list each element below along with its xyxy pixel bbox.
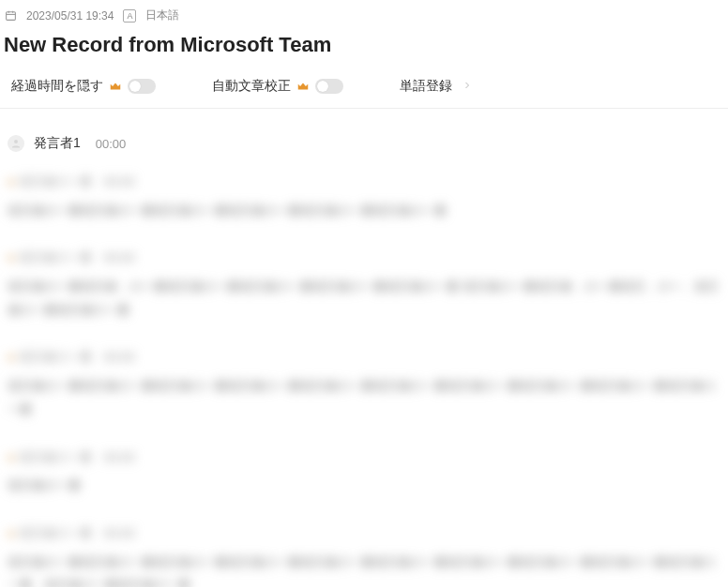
word-register-setting[interactable]: 単語登録 <box>400 78 473 95</box>
hide-elapsed-toggle[interactable] <box>128 79 156 94</box>
word-register-label: 単語登録 <box>400 78 452 95</box>
speaker-name: 発言者1 <box>34 135 81 152</box>
hide-elapsed-label: 経過時間を隠す <box>11 78 103 95</box>
blurred-body: 発言者の一番発言者の一番発言者の一番発言者の一番発言者の一番発言者の一番 <box>8 200 720 223</box>
language-badge-icon: A <box>123 9 136 23</box>
blurred-body: 発言者の一番発言者の一番発言者の一番発言者の一番発言者の一番発言者の一番発言者の… <box>8 551 720 587</box>
auto-proofread-label: 自動文章校正 <box>212 78 291 95</box>
blurred-body: 発言者の一番 <box>8 474 720 498</box>
blurred-block: ●発言者の一番 00:00 発言者の一番発言者の一番発言者の一番発言者の一番発言… <box>8 346 720 421</box>
auto-proofread-toggle[interactable] <box>315 79 343 94</box>
page-title: New Record from Microsoft Team <box>0 27 728 70</box>
blurred-body: 発言者の一番発言者、の一番発言者の一番発言者の一番発言者の一番発言者の一番 発言… <box>8 276 720 322</box>
svg-point-4 <box>14 140 18 143</box>
blurred-head: 発言者の一番 00:00 <box>19 250 135 264</box>
blurred-transcript: ●発言者の一番 00:00 発言者の一番発言者の一番発言者の一番発言者の一番発言… <box>0 161 728 587</box>
crown-icon <box>296 80 310 93</box>
svg-rect-0 <box>6 12 15 21</box>
hide-elapsed-setting: 経過時間を隠す <box>11 78 156 95</box>
meta-row: 2023/05/31 19:34 A 日本語 <box>0 0 728 27</box>
avatar <box>8 135 24 152</box>
blurred-head: 発言者の一番 00:00 <box>19 526 135 540</box>
chevron-right-icon <box>462 79 473 94</box>
blurred-block: ●発言者の一番 00:00 発言者の一番 <box>8 446 720 498</box>
blurred-block: ●発言者の一番 00:00 発言者の一番発言者の一番発言者の一番発言者の一番発言… <box>8 171 720 222</box>
settings-row: 経過時間を隠す 自動文章校正 単語登録 <box>0 70 728 109</box>
blurred-block: ●発言者の一番 00:00 発言者の一番発言者、の一番発言者の一番発言者の一番発… <box>8 247 720 322</box>
crown-icon <box>109 80 122 93</box>
language-label: 日本語 <box>145 8 179 23</box>
auto-proofread-setting: 自動文章校正 <box>212 78 343 95</box>
blurred-head: 発言者の一番 00:00 <box>19 174 135 188</box>
blurred-body: 発言者の一番発言者の一番発言者の一番発言者の一番発言者の一番発言者の一番発言者の… <box>8 375 720 421</box>
datetime-text: 2023/05/31 19:34 <box>26 9 114 23</box>
blurred-head: 発言者の一番 00:00 <box>19 450 135 464</box>
timestamp: 00:00 <box>96 137 127 151</box>
speaker-row: 発言者1 00:00 <box>0 109 728 161</box>
blurred-head: 発言者の一番 00:00 <box>19 350 135 364</box>
calendar-icon <box>4 9 17 23</box>
blurred-block: ●発言者の一番 00:00 発言者の一番発言者の一番発言者の一番発言者の一番発言… <box>8 522 720 587</box>
